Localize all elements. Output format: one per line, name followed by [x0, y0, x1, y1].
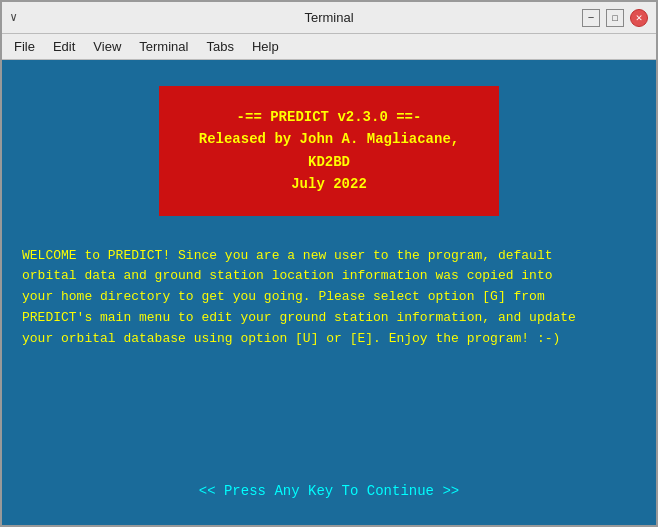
terminal-area[interactable]: -== PREDICT v2.3.0 ==- Released by John … — [2, 60, 656, 525]
title-bar-left: ∨ — [10, 10, 21, 25]
banner-line1: -== PREDICT v2.3.0 ==- — [191, 106, 467, 128]
menu-help[interactable]: Help — [244, 37, 287, 56]
predict-banner: -== PREDICT v2.3.0 ==- Released by John … — [159, 86, 499, 216]
window-controls: − ☐ ✕ — [582, 9, 648, 27]
welcome-line3: your home directory to get you going. Pl… — [22, 287, 636, 308]
close-button[interactable]: ✕ — [630, 9, 648, 27]
menu-tabs[interactable]: Tabs — [198, 37, 241, 56]
menu-file[interactable]: File — [6, 37, 43, 56]
banner-line2: Released by John A. Magliacane, KD2BD — [191, 128, 467, 173]
title-bar: ∨ Terminal − ☐ ✕ — [2, 2, 656, 34]
welcome-text: WELCOME to PREDICT! Since you are a new … — [18, 246, 640, 350]
continue-prompt: << Press Any Key To Continue >> — [18, 483, 640, 499]
welcome-line2: orbital data and ground station location… — [22, 266, 636, 287]
menu-edit[interactable]: Edit — [45, 37, 83, 56]
minimize-button[interactable]: − — [582, 9, 600, 27]
welcome-line5: your orbital database using option [U] o… — [22, 329, 636, 350]
welcome-line4: PREDICT's main menu to edit your ground … — [22, 308, 636, 329]
banner-line3: July 2022 — [191, 173, 467, 195]
window-title: Terminal — [304, 10, 353, 25]
maximize-button[interactable]: ☐ — [606, 9, 624, 27]
welcome-line1: WELCOME to PREDICT! Since you are a new … — [22, 246, 636, 267]
terminal-window: ∨ Terminal − ☐ ✕ File Edit View Terminal… — [0, 0, 658, 527]
chevron-icon: ∨ — [10, 10, 17, 25]
menu-terminal[interactable]: Terminal — [131, 37, 196, 56]
menu-view[interactable]: View — [85, 37, 129, 56]
menu-bar: File Edit View Terminal Tabs Help — [2, 34, 656, 60]
